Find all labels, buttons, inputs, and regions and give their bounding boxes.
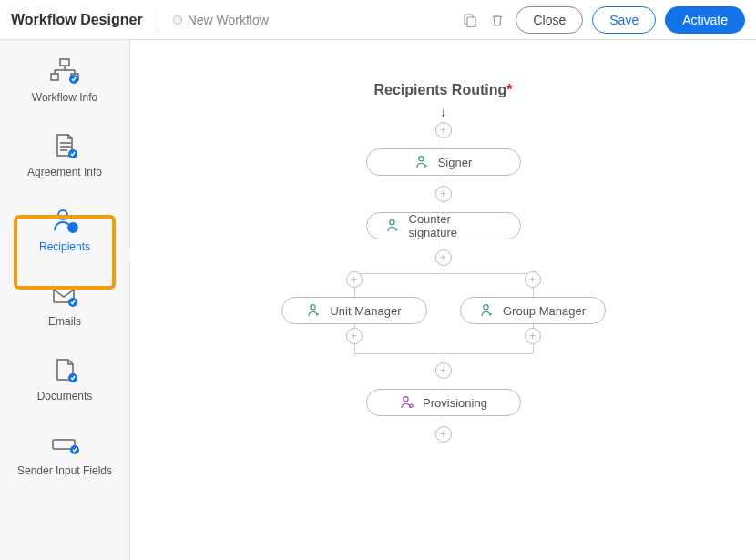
recipient-node-provisioning[interactable]: Provisioning bbox=[366, 389, 521, 416]
status-dot-icon bbox=[173, 15, 182, 25]
add-recipient-node[interactable]: + bbox=[435, 186, 452, 202]
connector bbox=[354, 344, 355, 353]
app-title: Workflow Designer bbox=[11, 12, 143, 28]
svg-rect-3 bbox=[51, 74, 58, 80]
svg-point-15 bbox=[389, 220, 393, 225]
person-sign-icon bbox=[385, 218, 402, 234]
canvas: Recipients Routing* ↓ + Signer + Counter… bbox=[130, 40, 756, 560]
workflow-name: New Workflow bbox=[173, 13, 269, 27]
add-recipient-node[interactable]: + bbox=[435, 249, 452, 266]
svg-point-19 bbox=[410, 404, 413, 407]
activate-button[interactable]: Activate bbox=[665, 6, 745, 34]
sidebar-item-emails[interactable]: Emails bbox=[0, 280, 129, 328]
emails-icon bbox=[48, 280, 81, 310]
connector bbox=[444, 239, 444, 249]
connector bbox=[444, 202, 444, 212]
clone-icon[interactable] bbox=[461, 11, 479, 29]
sender-input-fields-icon bbox=[48, 430, 81, 459]
add-recipient-node[interactable]: + bbox=[525, 328, 541, 344]
sidebar-label: Recipients bbox=[39, 240, 90, 253]
add-recipient-node[interactable]: + bbox=[346, 328, 363, 344]
add-recipient-node[interactable]: + bbox=[346, 271, 363, 288]
connector bbox=[444, 379, 444, 389]
connector bbox=[444, 138, 444, 148]
node-label: Group Manager bbox=[503, 304, 586, 318]
sidebar-label: Documents bbox=[37, 390, 93, 402]
person-sign-icon bbox=[479, 302, 495, 319]
node-label: Unit Manager bbox=[330, 304, 401, 318]
recipient-node-counter-signature[interactable]: Counter signature bbox=[366, 212, 521, 239]
connector bbox=[444, 416, 444, 426]
sidebar-item-sender-input-fields[interactable]: Sender Input Fields bbox=[0, 430, 129, 477]
required-mark: * bbox=[506, 82, 512, 97]
workflow-name-text: New Workflow bbox=[188, 13, 269, 27]
svg-point-16 bbox=[311, 305, 315, 310]
sidebar-item-workflow-info[interactable]: Workflow Info bbox=[0, 56, 129, 104]
agreement-info-icon bbox=[48, 131, 81, 160]
svg-point-14 bbox=[419, 157, 424, 161]
canvas-title: Recipients Routing* bbox=[130, 82, 756, 98]
sidebar-label: Workflow Info bbox=[32, 91, 97, 104]
workflow-info-icon bbox=[48, 56, 81, 86]
canvas-title-text: Recipients Routing bbox=[373, 82, 506, 97]
connector bbox=[354, 288, 355, 297]
save-button[interactable]: Save bbox=[592, 6, 656, 34]
sidebar-item-documents[interactable]: Documents bbox=[0, 355, 129, 402]
recipient-node-group-manager[interactable]: Group Manager bbox=[460, 297, 606, 324]
sidebar-item-recipients[interactable]: Recipients bbox=[0, 206, 129, 253]
sidebar-label: Emails bbox=[48, 315, 81, 328]
recipient-node-signer[interactable]: Signer bbox=[366, 148, 521, 176]
svg-point-7 bbox=[58, 210, 67, 219]
connector bbox=[444, 266, 444, 273]
person-sign-icon bbox=[306, 302, 322, 319]
svg-point-17 bbox=[484, 305, 488, 310]
add-recipient-node[interactable]: + bbox=[435, 122, 452, 138]
sidebar: Workflow Info Agreement Info Recipients bbox=[0, 40, 130, 560]
recipients-icon bbox=[48, 206, 81, 235]
node-label: Provisioning bbox=[423, 396, 487, 410]
documents-icon bbox=[48, 355, 81, 384]
divider bbox=[158, 7, 158, 33]
svg-rect-2 bbox=[60, 59, 69, 66]
connector bbox=[444, 176, 444, 186]
svg-point-18 bbox=[404, 397, 408, 402]
connector bbox=[444, 353, 444, 362]
connector bbox=[533, 344, 534, 353]
sidebar-label: Agreement Info bbox=[27, 166, 102, 178]
add-recipient-node[interactable]: + bbox=[435, 362, 452, 379]
trash-icon[interactable] bbox=[488, 11, 506, 29]
recipient-node-unit-manager[interactable]: Unit Manager bbox=[281, 297, 427, 324]
person-sign-icon bbox=[414, 154, 431, 170]
down-arrow-icon: ↓ bbox=[440, 104, 447, 120]
close-button[interactable]: Close bbox=[516, 6, 583, 34]
sidebar-item-agreement-info[interactable]: Agreement Info bbox=[0, 131, 129, 178]
connector bbox=[354, 273, 533, 274]
add-recipient-node[interactable]: + bbox=[435, 426, 452, 443]
node-label: Signer bbox=[438, 156, 473, 169]
person-seal-icon bbox=[399, 394, 415, 411]
add-recipient-node[interactable]: + bbox=[525, 271, 541, 288]
connector bbox=[533, 288, 534, 297]
svg-rect-1 bbox=[467, 17, 475, 27]
node-label: Counter signature bbox=[409, 212, 502, 239]
sidebar-label: Sender Input Fields bbox=[17, 464, 112, 477]
topbar: Workflow Designer New Workflow Close Sav… bbox=[0, 0, 756, 40]
